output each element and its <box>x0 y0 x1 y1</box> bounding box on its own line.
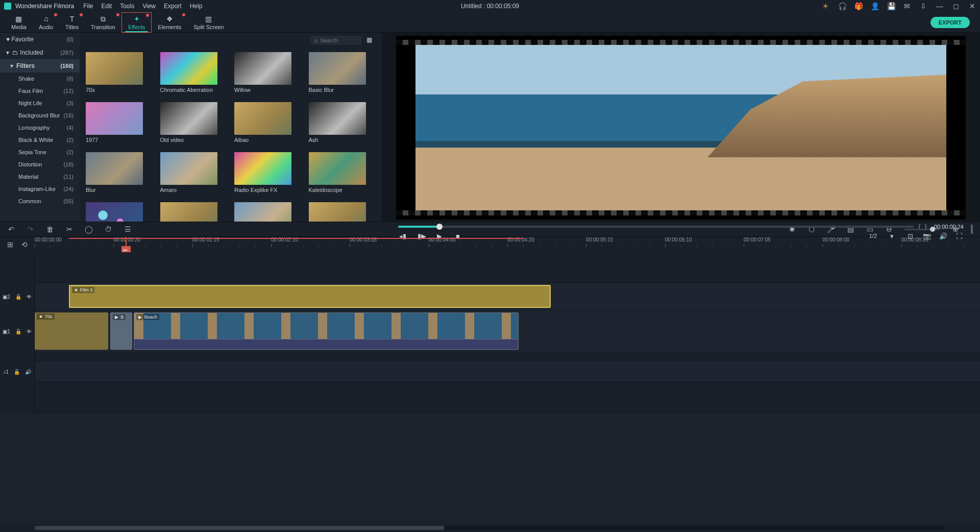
zoom-fit-button[interactable] <box>971 225 973 234</box>
effect-thumb[interactable]: Blur <box>86 152 153 193</box>
download-icon[interactable]: ⇩ <box>920 3 927 10</box>
gift-icon[interactable]: 🎁 <box>854 3 862 10</box>
module-tabs: ▦Media ♫Audio TTitles ⧉Transition ✦Effec… <box>0 12 980 33</box>
menu-edit[interactable]: Edit <box>102 3 112 10</box>
thumb-image <box>86 202 143 222</box>
zoom-in-button[interactable]: ⊕ <box>951 225 960 233</box>
sidebar-favorite[interactable]: ♥ Favorite (0) <box>0 33 80 46</box>
sidebar-item-sepia-tone[interactable]: Sepia Tone(2) <box>0 146 80 158</box>
crop-button[interactable]: ◯ <box>85 225 93 233</box>
effect-thumb[interactable]: Radio Explike FX <box>234 152 302 193</box>
speed-button[interactable]: ⏱ <box>104 225 112 233</box>
maximize-icon[interactable]: ◻ <box>952 3 960 10</box>
clip-film3[interactable]: ★Film 3 <box>69 285 551 308</box>
clip-b[interactable]: ▶B <box>110 312 132 350</box>
tab-elements[interactable]: ❖Elements <box>152 12 187 33</box>
redo-button[interactable]: ↷ <box>27 225 35 233</box>
effect-thumb[interactable] <box>86 202 153 222</box>
split-button[interactable]: ✂ <box>65 225 74 233</box>
tab-titles[interactable]: TTitles <box>59 12 85 33</box>
thumb-image <box>160 102 217 135</box>
lock-icon[interactable]: 🔓 <box>15 294 21 300</box>
effect-thumb[interactable]: Basic Blur <box>309 52 376 93</box>
playhead[interactable] <box>126 237 127 252</box>
search-input[interactable]: ⌕ <box>310 36 361 45</box>
effect-thumb[interactable]: Aibao <box>234 102 302 143</box>
sidebar-included[interactable]: ▾🗀 Included (287) <box>0 46 80 59</box>
close-icon[interactable]: ✕ <box>969 3 976 10</box>
thumbnail-grid[interactable]: 70sChromatic AberrationWillowBasic Blur1… <box>80 48 382 222</box>
effect-thumb[interactable]: Kaleidoscope <box>309 152 376 193</box>
track-video[interactable]: ▣1 🔓 👁 ★70s ▶B ▶Beach <box>0 310 980 352</box>
preview-scrubber[interactable] <box>398 226 914 228</box>
delete-button[interactable]: 🗑 <box>46 225 54 233</box>
menu-help[interactable]: Help <box>190 3 203 10</box>
effect-thumb[interactable] <box>160 202 228 222</box>
effect-thumb[interactable] <box>234 202 302 222</box>
timeline-ruler[interactable]: 00:00:00:0000:00:00:2000:00:01:1500:00:0… <box>35 237 980 252</box>
menu-file[interactable]: File <box>83 3 93 10</box>
tab-media[interactable]: ▦Media <box>5 12 33 33</box>
color-button[interactable]: ☰ <box>124 225 132 233</box>
track-head-fx[interactable]: ▣2 🔓 👁 <box>0 283 35 310</box>
zoom-slider[interactable] <box>904 229 940 230</box>
menu-view[interactable]: View <box>142 3 156 10</box>
support-icon[interactable]: 🎧 <box>838 3 845 10</box>
menu-export[interactable]: Export <box>164 3 182 10</box>
search-field[interactable] <box>320 37 351 43</box>
eye-icon[interactable]: 👁 <box>27 329 32 334</box>
clip-beach[interactable]: ▶Beach <box>134 312 519 350</box>
sidebar-item-common[interactable]: Common(55) <box>0 195 80 207</box>
lock-icon[interactable]: 🔓 <box>14 369 20 375</box>
play-icon: ▶ <box>115 315 118 320</box>
sidebar-item-black-&-white[interactable]: Black & White(2) <box>0 134 80 146</box>
sidebar-item-night-life[interactable]: Night Life(3) <box>0 97 80 109</box>
eye-icon[interactable]: 👁 <box>27 294 32 300</box>
effect-thumb[interactable] <box>309 202 376 222</box>
tab-effects[interactable]: ✦Effects <box>121 12 152 33</box>
effect-thumb[interactable]: 1977 <box>86 102 153 143</box>
tab-audio[interactable]: ♫Audio <box>33 12 59 33</box>
thumb-label: Old video <box>160 137 228 143</box>
thumb-image <box>234 52 291 85</box>
effect-thumb[interactable]: Willow <box>234 52 302 93</box>
track-effects[interactable]: ▣2 🔓 👁 ★Film 3 <box>0 283 980 310</box>
effect-thumb[interactable]: Amaro <box>160 152 228 193</box>
undo-button[interactable]: ↶ <box>7 225 15 233</box>
minimize-icon[interactable]: — <box>936 3 943 10</box>
track-head-video[interactable]: ▣1 🔓 👁 <box>0 310 35 352</box>
account-icon[interactable]: 👤 <box>871 3 878 10</box>
effect-thumb[interactable]: Old video <box>160 102 228 143</box>
save-icon[interactable]: 💾 <box>887 3 894 10</box>
sidebar-filters[interactable]: ▾Filters (160) <box>0 59 80 72</box>
sidebar-item-lomography[interactable]: Lomography(4) <box>0 122 80 134</box>
track-link-icon[interactable]: ⟲ <box>20 240 29 249</box>
preview-panel: { } 00:00:00:24 ◂▮ ▮▶ ▶ ■ 1/2 ▾ ⊡ 📷 🔊 ⛶ <box>382 33 980 222</box>
sidebar-item-faux-film[interactable]: Faux Film(12) <box>0 85 80 97</box>
thumb-image <box>160 152 217 185</box>
lock-icon[interactable]: 🔓 <box>15 329 21 334</box>
speaker-icon[interactable]: 🔊 <box>25 369 31 375</box>
track-head-audio[interactable]: ♪1 🔓 🔊 <box>0 361 35 382</box>
effect-thumb[interactable]: Chromatic Aberration <box>160 52 228 93</box>
track-add-icon[interactable]: ⊞ <box>6 240 14 249</box>
view-grid-icon[interactable]: ▦ <box>366 36 375 44</box>
clip-70s[interactable]: ★70s <box>35 312 108 350</box>
thumb-label: Chromatic Aberration <box>160 87 228 93</box>
play-icon: ▶ <box>138 315 142 320</box>
sidebar-item-distortion[interactable]: Distortion(18) <box>0 158 80 171</box>
timeline-hscroll[interactable] <box>0 524 980 532</box>
tab-transition[interactable]: ⧉Transition <box>85 12 121 33</box>
sidebar-item-background-blur[interactable]: Background Blur(16) <box>0 109 80 122</box>
effect-thumb[interactable]: 70s <box>86 52 153 93</box>
tips-icon[interactable]: ☀ <box>822 3 829 10</box>
effect-thumb[interactable]: Ash <box>309 102 376 143</box>
message-icon[interactable]: ✉ <box>903 3 911 10</box>
track-audio[interactable]: ♪1 🔓 🔊 <box>0 361 980 382</box>
menu-tools[interactable]: Tools <box>120 3 134 10</box>
tab-splitscreen[interactable]: ▥Split Screen <box>187 12 230 33</box>
sidebar-item-instagram-like[interactable]: Instagram-Like(24) <box>0 183 80 195</box>
export-button[interactable]: EXPORT <box>930 17 970 28</box>
sidebar-item-shake[interactable]: Shake(8) <box>0 72 80 85</box>
sidebar-item-material[interactable]: Material(11) <box>0 171 80 183</box>
